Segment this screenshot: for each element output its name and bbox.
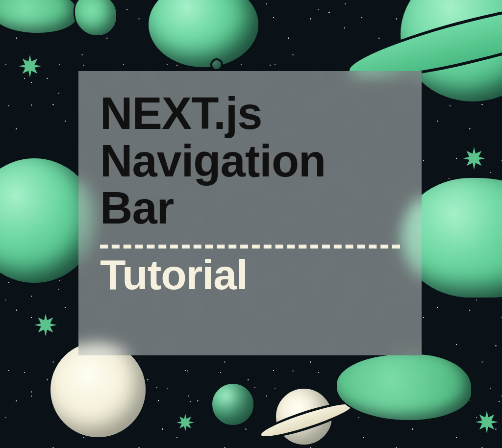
title-card: NEXT.js Navigation Bar Tutorial — [78, 71, 422, 355]
card-title: NEXT.js Navigation Bar — [100, 90, 400, 232]
planet-bottom-left-icon — [49, 341, 147, 439]
title-line-1: NEXT.js — [100, 88, 262, 138]
star-burst-icon — [463, 147, 485, 170]
star-burst-icon — [476, 411, 498, 433]
moon-small-icon — [211, 59, 223, 71]
title-line-2: Navigation — [100, 136, 326, 186]
planet-bottom-center-icon — [211, 382, 255, 426]
saturn-bottom-icon — [275, 387, 333, 446]
star-burst-icon — [34, 314, 57, 336]
star-burst-icon — [19, 55, 41, 77]
dashed-divider — [100, 245, 400, 249]
card-subtitle: Tutorial — [100, 251, 400, 298]
title-line-3: Bar — [100, 183, 174, 233]
star-burst-icon — [176, 414, 194, 431]
